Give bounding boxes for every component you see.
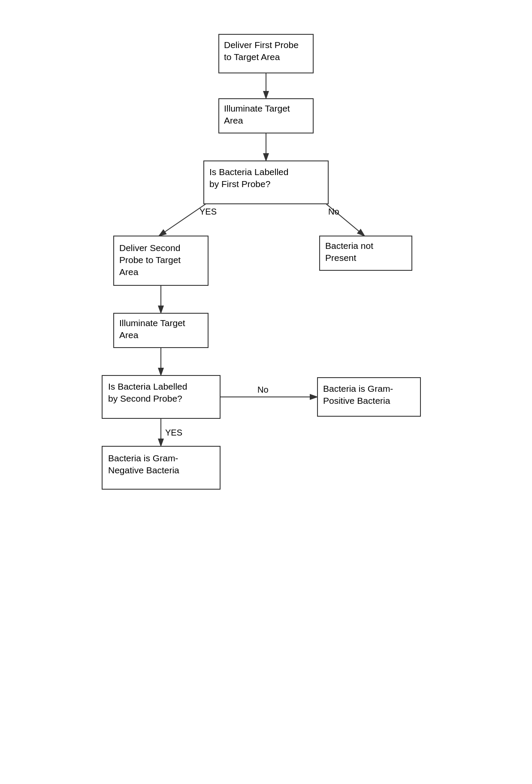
no1-label: No <box>328 207 339 216</box>
yes2-label: YES <box>165 428 182 437</box>
flowchart-diagram: Deliver First Probe to Target Area Illum… <box>73 17 459 768</box>
yes1-label: YES <box>200 207 217 216</box>
no2-label: No <box>257 385 269 394</box>
no-branch-line <box>266 204 365 236</box>
